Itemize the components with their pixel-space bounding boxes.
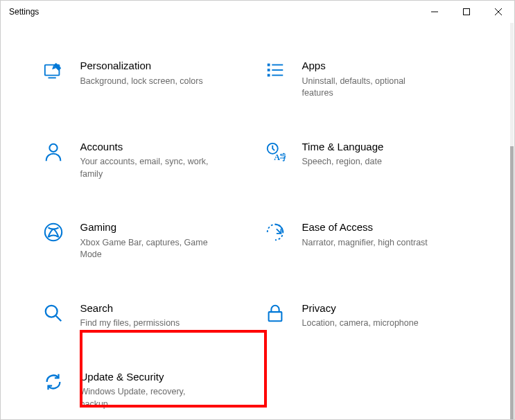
svg-point-12 xyxy=(45,305,57,317)
tile-title: Ease of Access xyxy=(302,220,428,234)
close-button[interactable] xyxy=(482,1,514,23)
tile-desc: Speech, region, date xyxy=(302,156,384,168)
privacy-icon xyxy=(263,303,287,324)
gaming-icon xyxy=(42,222,65,243)
ease-of-access-icon xyxy=(263,222,287,243)
time-language-icon: A字 xyxy=(263,141,287,162)
svg-rect-3 xyxy=(272,64,283,66)
tile-personalization[interactable]: Personalization Background, lock screen,… xyxy=(36,56,258,105)
accounts-icon xyxy=(42,141,65,162)
tile-accounts[interactable]: Accounts Your accounts, email, sync, wor… xyxy=(36,137,258,186)
minimize-button[interactable] xyxy=(419,1,451,23)
tile-desc: Xbox Game Bar, captures, Game Mode xyxy=(80,237,212,261)
tile-title: Personalization xyxy=(80,59,203,73)
apps-icon xyxy=(263,60,287,81)
search-icon xyxy=(42,303,65,324)
window-title: Settings xyxy=(9,7,39,17)
svg-rect-2 xyxy=(267,64,270,67)
settings-grid: Personalization Background, lock screen,… xyxy=(36,23,480,420)
tile-apps[interactable]: Apps Uninstall, defaults, optional featu… xyxy=(258,56,480,105)
minimize-icon xyxy=(431,8,438,15)
tile-ease-of-access[interactable]: Ease of Access Narrator, magnifier, high… xyxy=(258,218,480,267)
svg-text:A字: A字 xyxy=(274,152,286,162)
maximize-icon xyxy=(463,8,470,15)
svg-rect-13 xyxy=(268,312,281,321)
svg-point-11 xyxy=(44,224,61,240)
svg-rect-7 xyxy=(272,75,283,76)
svg-rect-6 xyxy=(267,74,270,77)
svg-rect-5 xyxy=(272,69,283,71)
close-icon xyxy=(495,8,502,15)
tile-privacy[interactable]: Privacy Location, camera, microphone xyxy=(258,299,480,335)
tile-desc: Find my files, permissions xyxy=(80,317,180,330)
tile-title: Gaming xyxy=(80,220,212,234)
tile-desc: Location, camera, microphone xyxy=(302,317,419,330)
update-security-icon xyxy=(42,371,65,392)
tile-time-language[interactable]: A字 Time & Language Speech, region, date xyxy=(258,137,480,186)
svg-point-8 xyxy=(49,143,57,151)
tile-desc: Uninstall, defaults, optional features xyxy=(302,76,434,100)
tile-desc: Windows Update, recovery, backup xyxy=(80,386,212,410)
titlebar: Settings xyxy=(1,1,514,23)
scrollbar-thumb[interactable] xyxy=(510,146,514,419)
maximize-button[interactable] xyxy=(451,1,482,23)
tile-gaming[interactable]: Gaming Xbox Game Bar, captures, Game Mod… xyxy=(36,218,258,267)
tile-title: Accounts xyxy=(80,140,212,154)
tile-desc: Background, lock screen, colors xyxy=(80,76,203,88)
tile-desc: Your accounts, email, sync, work, family xyxy=(80,156,212,180)
svg-rect-0 xyxy=(464,9,470,15)
tile-title: Update & Security xyxy=(80,370,212,384)
tile-search[interactable]: Search Find my files, permissions xyxy=(36,299,258,335)
svg-rect-4 xyxy=(267,69,270,71)
tile-update-security[interactable]: Update & Security Windows Update, recove… xyxy=(36,367,258,417)
tile-title: Apps xyxy=(302,59,434,73)
tile-title: Time & Language xyxy=(302,140,384,154)
personalization-icon xyxy=(42,60,65,81)
titlebar-controls xyxy=(419,1,514,23)
tile-title: Privacy xyxy=(302,301,419,315)
tile-title: Search xyxy=(80,301,180,315)
tile-desc: Narrator, magnifier, high contrast xyxy=(302,237,428,250)
